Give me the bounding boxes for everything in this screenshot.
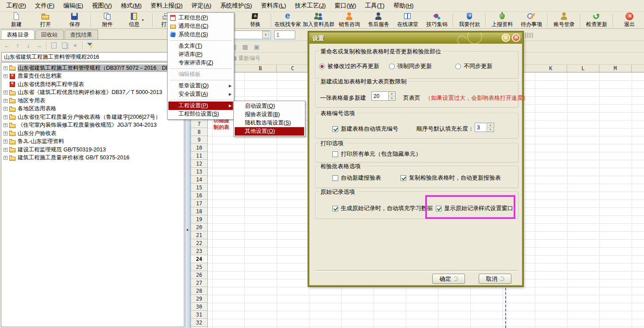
tree-item[interactable]: +建设工程监理规范 GB/T50319-2013	[2, 146, 184, 154]
spinner-buttons[interactable]: ▲▼	[388, 92, 395, 100]
checkbox-auto-create-report[interactable]: 自动新建报验表	[332, 174, 381, 182]
tree-item[interactable]: +山东分户验收表	[2, 129, 184, 138]
toolbar-button-online-expert[interactable]: 在线找专家	[273, 12, 302, 28]
tree-paste-page-button[interactable]	[60, 41, 69, 50]
toolbar-button-replace[interactable]: 替换	[240, 12, 270, 28]
tree-item[interactable]: +建筑工程施工质量评价标准 GB/T 50375-2016	[2, 154, 184, 162]
tree-search-input[interactable]: 山东省建筑工程施工资料管理规程2016	[1, 52, 183, 61]
row-header-30[interactable]: 30	[191, 303, 207, 311]
spin-up-icon[interactable]: ▲	[389, 92, 395, 96]
tree-delete-button[interactable]: ×	[70, 41, 80, 50]
tree-up-button[interactable]: ↑	[13, 41, 23, 50]
font-size-select[interactable]: 1	[274, 30, 295, 39]
expander-icon[interactable]: +	[4, 123, 8, 127]
menubar-item[interactable]: 评定(A)	[187, 0, 216, 11]
menubar-item[interactable]: 系统维护(S)	[216, 0, 256, 11]
menu-item[interactable]: 工程信息(P)	[168, 14, 233, 22]
toolbar-button-online-class[interactable]: 在线课堂	[393, 12, 422, 28]
row-header-14[interactable]: 14	[191, 176, 207, 184]
max-pages-spinner[interactable]: 20 ▲▼	[371, 91, 396, 101]
tab-表格目录[interactable]: 表格目录	[1, 30, 34, 39]
expander-icon[interactable]: +	[4, 148, 8, 152]
row-header-27[interactable]: 27	[191, 279, 207, 287]
radio-force-sync[interactable]: 强制同步更新	[389, 62, 432, 70]
checkbox-print-all-cells[interactable]: 打印所有单元（包含隐藏单元）	[332, 150, 421, 158]
tree-filter-button[interactable]	[85, 41, 95, 50]
menubar-item[interactable]: 格式(M)	[116, 0, 146, 11]
row-header-28[interactable]: 28	[191, 287, 207, 295]
menu-item[interactable]: 安全设置(A)▶	[168, 90, 233, 98]
seq-length-spinner[interactable]: 3 ▲▼	[475, 123, 494, 132]
toolbar-button-open-folder[interactable]: 打开	[31, 12, 60, 28]
menu-item[interactable]: 专家评语库(Z)	[168, 59, 233, 67]
row-header-17[interactable]: 17	[191, 200, 207, 207]
row-header-31[interactable]: 31	[191, 311, 207, 319]
menubar-item[interactable]: 视图(V)	[88, 0, 116, 11]
menubar-item[interactable]: 编辑(E)	[59, 0, 88, 11]
dialog-titlebar[interactable]: 设置	[309, 33, 522, 44]
column-header-M[interactable]: M	[599, 65, 632, 72]
row-header-11[interactable]: 11	[191, 152, 207, 160]
toolbar-button-sales[interactable]: 销售咨询	[335, 12, 364, 28]
column-header-C[interactable]: C	[277, 65, 309, 72]
chevron-down-icon[interactable]: ▼	[262, 31, 269, 38]
menu-item[interactable]: 签章设置(O)▶	[168, 82, 233, 90]
radio-modified-no-update[interactable]: 被修改过的不再更新	[319, 62, 379, 70]
tab-回收站[interactable]: 回收站	[35, 30, 64, 39]
toolbar-button-todo[interactable]: 待办事项	[517, 12, 546, 28]
tree-forward-button[interactable]: →	[34, 41, 44, 50]
toolbar-button-join-group[interactable]: 加入资料员群	[302, 12, 335, 28]
tree-item[interactable]: +山东省建筑工程施工资料管理规程（DB37/T 5072－2016、DB37	[2, 64, 184, 72]
toolbar-button-login[interactable]: 账号登录	[549, 12, 579, 28]
tab-查找结果[interactable]: 查找结果	[65, 30, 98, 39]
tree-item[interactable]: +山东省《建筑工程优质结构评价标准》DB37／T 5000-2013	[2, 89, 184, 97]
expander-icon[interactable]: +	[4, 115, 8, 119]
close-button[interactable]	[512, 34, 520, 42]
row-header-21[interactable]: 21	[191, 231, 207, 239]
expander-icon[interactable]: +	[4, 90, 8, 94]
menubar-item[interactable]: 工具(T)	[361, 0, 389, 11]
menubar-item[interactable]: 窗口(W)	[330, 0, 361, 11]
row-header-16[interactable]: 16	[191, 192, 207, 200]
tree-back-button[interactable]: ←	[2, 41, 12, 50]
tree-copy-page-button[interactable]	[49, 41, 59, 50]
menubar-item[interactable]: 资料库(L)	[256, 0, 290, 11]
row-header-25[interactable]: 25	[191, 263, 207, 271]
menu-item[interactable]: 启动设置(Q)	[235, 102, 304, 110]
toolbar-button-attachment[interactable]: 附件	[93, 12, 122, 28]
toolbar-button-update[interactable]: 检查更新	[582, 12, 611, 28]
menu-item[interactable]: 通用信息(C)	[168, 22, 233, 30]
row-header-20[interactable]: 20	[191, 223, 207, 231]
spin-up-icon[interactable]: ▲	[487, 123, 494, 128]
menubar-item[interactable]: 资料上报(D)	[146, 0, 187, 11]
menu-item[interactable]: 其他设置(O)	[235, 127, 304, 136]
tree-item[interactable]: +《住宅室内装饰装修工程质量验收规范》JGJ/T 304-2013	[2, 121, 184, 130]
toolbar-button-after-service[interactable]: 售后服务	[364, 12, 393, 28]
row-header-13[interactable]: 13	[191, 168, 207, 176]
row-header-23[interactable]: 23	[191, 247, 207, 255]
tree-item[interactable]: +地区专用表	[2, 97, 184, 105]
column-header-N[interactable]: N	[632, 65, 644, 72]
tree-item[interactable]: +鲁JL-山东监理资料	[2, 138, 184, 146]
checkbox-auto-update-report[interactable]: 复制检验批表格时，自动更新报验表	[400, 174, 501, 182]
menubar-item[interactable]: 文件(F)	[30, 0, 59, 11]
tree-item[interactable]: 山东省优质结构工程申报表	[2, 80, 184, 89]
tree-item[interactable]: +山东省住宅工程质量分户验收表格（鲁建建字[2006]27号）	[2, 113, 184, 121]
row-header-19[interactable]: 19	[191, 215, 207, 223]
toolbar-button-exit[interactable]: 退出	[615, 12, 644, 28]
menubar-item[interactable]: 技术工艺(J)	[290, 0, 330, 11]
toolbar-button-new-doc[interactable]: 新建	[2, 12, 31, 28]
menu-item[interactable]: 工程设置(P)▶	[168, 102, 233, 110]
row-header-26[interactable]: 26	[191, 271, 207, 279]
cancel-button[interactable]: 取消	[479, 274, 511, 284]
row-header-10[interactable]: 10	[191, 144, 207, 152]
row-header-24[interactable]: 24	[191, 255, 207, 263]
menu-item[interactable]: 评语库(P)	[168, 50, 233, 59]
column-header-L[interactable]: L	[567, 65, 599, 72]
column-header-B[interactable]: B	[244, 65, 277, 72]
table-lock-icon[interactable]: ▣	[252, 43, 261, 50]
expander-icon[interactable]: +	[4, 74, 8, 78]
row-header-12[interactable]: 12	[191, 160, 207, 168]
tree-item[interactable]: +各地区选用表格	[2, 105, 184, 113]
row-header-7[interactable]: 7	[191, 120, 207, 128]
